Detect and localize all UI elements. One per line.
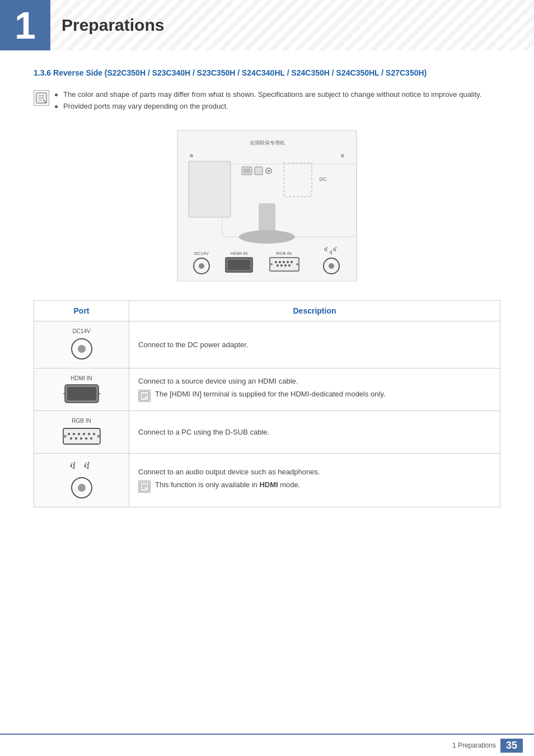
- note-wrapper-1: The color and shape of parts may differ …: [34, 90, 500, 114]
- svg-text:ᡏ ᡏ: ᡏ ᡏ: [324, 246, 339, 254]
- port-icon-rgb: RGB IN: [43, 418, 120, 446]
- svg-point-67: [78, 484, 86, 492]
- dc14v-icon: [69, 337, 94, 361]
- chapter-title-area: Preparations: [50, 0, 164, 50]
- page-footer: 1 Preparations 35: [0, 734, 534, 756]
- svg-point-27: [275, 261, 277, 263]
- hdmi-bold: HDMI: [259, 480, 278, 489]
- svg-text:DC14V: DC14V: [194, 251, 209, 256]
- footer-page-number: 35: [500, 739, 523, 753]
- svg-point-62: [85, 437, 87, 440]
- note-text-headphone: This function is only available in HDMI …: [155, 480, 300, 489]
- svg-point-21: [199, 263, 204, 269]
- port-icon-headphone: ᡏ ᡏ: [43, 460, 120, 500]
- small-note-icon-hdmi: [138, 390, 151, 402]
- chapter-number: 1: [15, 6, 36, 44]
- svg-point-7: [341, 154, 344, 157]
- port-icon-dc14v: DC14V: [43, 328, 120, 361]
- svg-point-60: [75, 437, 77, 440]
- svg-rect-24: [228, 260, 250, 270]
- svg-point-57: [88, 433, 90, 435]
- footer-text: 1 Preparations: [452, 741, 496, 749]
- svg-point-6: [190, 154, 193, 157]
- desc-text-hdmi: Connect to a source device using an HDMI…: [138, 377, 298, 385]
- headphone-circle-icon: [69, 475, 94, 500]
- desc-cell-dc14v: Connect to the DC power adapter.: [129, 321, 500, 368]
- diagram-container: 全国联保专用机: [172, 125, 362, 283]
- small-note-icon-headphone: [138, 480, 151, 493]
- port-table: Port Description DC14V Connect to: [34, 300, 500, 507]
- note-text-2: Provided ports may vary depending on the…: [63, 102, 228, 110]
- desc-text-rgb: Connect to a PC using the D-SUB cable.: [138, 428, 269, 436]
- svg-point-37: [296, 263, 298, 265]
- svg-rect-52: [63, 428, 100, 444]
- port-cell-headphone: ᡏ ᡏ: [34, 454, 129, 507]
- table-row: HDMI IN Connect to a source device using…: [34, 368, 500, 411]
- svg-point-28: [279, 261, 281, 263]
- svg-point-33: [280, 264, 283, 267]
- svg-text:RGB IN: RGB IN: [276, 251, 292, 256]
- notes-section: The color and shape of parts may differ …: [34, 90, 500, 114]
- bullet-dot-1: [55, 94, 58, 96]
- bullet-2: Provided ports may vary depending on the…: [55, 102, 500, 110]
- port-icon-hdmi: HDMI IN: [43, 375, 120, 404]
- svg-point-43: [78, 345, 86, 353]
- headphone-symbol: ᡏ ᡏ: [69, 460, 95, 473]
- section-heading: 1.3.6 Reverse Side (S22C350H / S23C340H …: [34, 67, 500, 79]
- desc-cell-headphone: Connect to an audio output device such a…: [129, 454, 500, 507]
- desc-cell-rgb: Connect to a PC using the D-SUB cable.: [129, 411, 500, 454]
- col-description-header: Description: [129, 301, 500, 321]
- bullet-1: The color and shape of parts may differ …: [55, 90, 500, 99]
- svg-point-30: [287, 261, 289, 263]
- port-label-rgb: RGB IN: [72, 418, 91, 424]
- svg-point-53: [68, 433, 70, 435]
- main-content: 1.3.6 Reverse Side (S22C350H / S23C340H …: [0, 67, 534, 541]
- note-text-hdmi: The [HDMI IN] terminal is supplied for t…: [155, 390, 386, 398]
- svg-point-58: [93, 433, 95, 435]
- port-cell-dc14v: DC14V: [34, 321, 129, 368]
- port-cell-rgb: RGB IN: [34, 411, 129, 454]
- note-content-1: The color and shape of parts may differ …: [55, 90, 500, 114]
- svg-point-36: [270, 263, 273, 265]
- port-label-hdmi: HDMI IN: [71, 375, 92, 381]
- col-port-header: Port: [34, 301, 129, 321]
- desc-text-dc14v: Connect to the DC power adapter.: [138, 340, 249, 349]
- svg-rect-15: [259, 203, 275, 234]
- desc-note-hdmi: The [HDMI IN] terminal is supplied for t…: [138, 390, 491, 402]
- note-icon-svg-headphone: [139, 482, 149, 492]
- svg-point-34: [284, 264, 287, 267]
- svg-text:全国联保专用机: 全国联保专用机: [250, 140, 285, 146]
- note-icon-1: [34, 90, 49, 106]
- table-row: DC14V Connect to the DC power adapter.: [34, 321, 500, 368]
- port-cell-hdmi: HDMI IN: [34, 368, 129, 411]
- chapter-number-box: 1: [0, 0, 50, 50]
- svg-point-64: [63, 435, 66, 438]
- svg-point-61: [80, 437, 82, 440]
- svg-rect-18: [189, 161, 231, 217]
- svg-point-40: [329, 263, 334, 269]
- svg-point-29: [283, 261, 285, 263]
- vga-icon: [62, 426, 101, 446]
- note-text-1: The color and shape of parts may differ …: [63, 90, 481, 99]
- svg-point-12: [268, 170, 270, 172]
- monitor-svg: 全国联保专用机: [172, 125, 362, 282]
- svg-rect-26: [270, 258, 299, 271]
- svg-point-31: [291, 261, 293, 263]
- chapter-title: Preparations: [62, 16, 164, 35]
- svg-point-54: [73, 433, 75, 435]
- table-row: ᡏ ᡏ Connect to an audio output device su…: [34, 454, 500, 507]
- svg-point-56: [83, 433, 85, 435]
- port-label-dc14v: DC14V: [72, 328, 90, 334]
- bullet-dot-2: [55, 105, 58, 108]
- monitor-diagram: 全国联保专用机: [34, 125, 500, 283]
- table-row: RGB IN: [34, 411, 500, 454]
- hdmi-icon: [62, 384, 101, 404]
- note-icon-svg-hdmi: [139, 391, 149, 401]
- svg-point-32: [277, 264, 279, 267]
- desc-text-headphone: Connect to an audio output device such a…: [138, 468, 320, 476]
- svg-point-59: [70, 437, 72, 440]
- desc-note-headphone: This function is only available in HDMI …: [138, 480, 491, 493]
- svg-point-65: [97, 435, 100, 438]
- svg-point-35: [288, 264, 291, 267]
- svg-text:HDMI IN: HDMI IN: [231, 251, 248, 256]
